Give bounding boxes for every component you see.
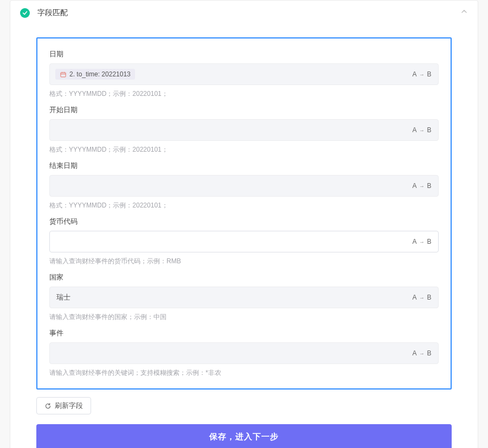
field-label: 开始日期: [49, 105, 439, 115]
ab-mapping-icon[interactable]: A → B: [412, 294, 432, 301]
field-box: 日期 2. to_time: 20221013 A → B 格式：YYYYMMD…: [36, 37, 452, 389]
field-group-event: 事件 A → B 请输入查询财经事件的关键词；支持模糊搜索；示例：*非农: [49, 328, 439, 378]
field-group-country: 国家 瑞士 A → B 请输入查询财经事件的国家；示例：中国: [49, 272, 439, 322]
field-input-currency[interactable]: A → B: [49, 231, 439, 252]
field-label: 日期: [49, 49, 439, 59]
field-label: 事件: [49, 328, 439, 338]
ab-mapping-icon[interactable]: A → B: [412, 349, 432, 357]
field-group-currency: 货币代码 A → B 请输入查询财经事件的货币代码；示例：RMB: [49, 217, 439, 266]
panel-title: 字段匹配: [37, 8, 68, 18]
field-input-end-date[interactable]: A → B: [49, 175, 439, 197]
arrow-right-icon: →: [419, 350, 425, 356]
field-label: 国家: [49, 272, 439, 282]
field-token[interactable]: 2. to_time: 20221013: [55, 69, 135, 80]
field-helper: 请输入查询财经事件的国家；示例：中国: [49, 313, 439, 322]
field-group-date: 日期 2. to_time: 20221013 A → B 格式：YYYYMMD…: [49, 49, 439, 99]
field-label: 结束日期: [49, 161, 439, 171]
refresh-icon: [44, 402, 52, 410]
field-helper: 格式：YYYYMMDD；示例：20220101；: [49, 145, 439, 154]
arrow-right-icon: →: [419, 295, 425, 301]
arrow-right-icon: →: [419, 127, 425, 133]
arrow-right-icon: →: [419, 183, 425, 189]
field-input-country[interactable]: 瑞士 A → B: [49, 287, 439, 308]
field-group-start-date: 开始日期 A → B 格式：YYYYMMDD；示例：20220101；: [49, 105, 439, 154]
arrow-right-icon: →: [419, 72, 425, 77]
panel-body: 日期 2. to_time: 20221013 A → B 格式：YYYYMMD…: [10, 37, 478, 448]
field-matching-panel: 字段匹配 日期 2. to_time: 20221013 A: [10, 0, 478, 448]
field-input-event[interactable]: A → B: [49, 342, 439, 364]
refresh-fields-button[interactable]: 刷新字段: [36, 397, 91, 414]
field-input-start-date[interactable]: A → B: [49, 119, 439, 141]
chevron-up-icon[interactable]: [460, 8, 468, 17]
field-helper: 格式：YYYYMMDD；示例：20220101；: [49, 89, 439, 99]
field-label: 货币代码: [49, 217, 439, 226]
field-input-date[interactable]: 2. to_time: 20221013 A → B: [49, 63, 439, 85]
check-circle-icon: [20, 8, 30, 18]
token-text: 2. to_time: 20221013: [69, 70, 131, 78]
save-next-button[interactable]: 保存，进入下一步: [36, 424, 452, 448]
save-row: 保存，进入下一步: [36, 424, 452, 448]
field-value: 瑞士: [55, 293, 70, 302]
svg-rect-0: [60, 72, 65, 76]
ab-mapping-icon[interactable]: A → B: [412, 126, 432, 134]
field-helper: 格式：YYYYMMDD；示例：20220101；: [49, 201, 439, 210]
field-helper: 请输入查询财经事件的关键词；支持模糊搜索；示例：*非农: [49, 368, 439, 378]
field-helper: 请输入查询财经事件的货币代码；示例：RMB: [49, 257, 439, 266]
arrow-right-icon: →: [419, 239, 425, 245]
refresh-label: 刷新字段: [55, 401, 83, 411]
ab-mapping-icon[interactable]: A → B: [412, 182, 432, 190]
field-group-end-date: 结束日期 A → B 格式：YYYYMMDD；示例：20220101；: [49, 161, 439, 210]
calendar-icon: [60, 71, 66, 77]
ab-mapping-icon[interactable]: A → B: [412, 238, 432, 245]
refresh-row: 刷新字段: [36, 397, 452, 414]
ab-mapping-icon[interactable]: A → B: [412, 70, 432, 78]
panel-header[interactable]: 字段匹配: [10, 1, 478, 24]
